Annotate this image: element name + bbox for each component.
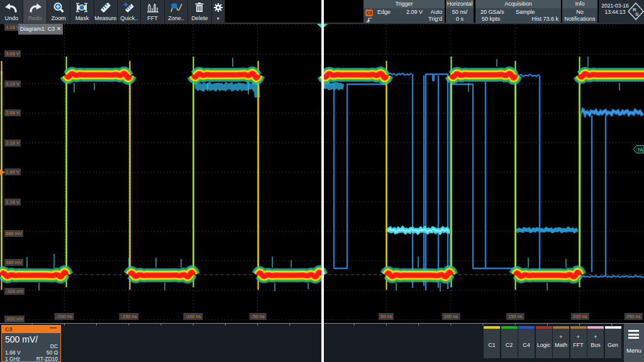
svg-text:S: S	[635, 11, 639, 17]
svg-text:TA: TA	[637, 147, 643, 153]
